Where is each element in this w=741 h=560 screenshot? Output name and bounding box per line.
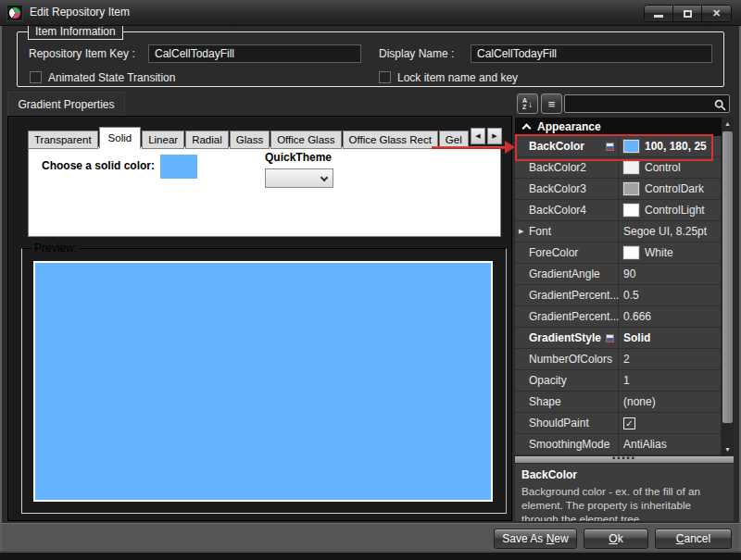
- lock-item-checkbox[interactable]: [379, 71, 391, 83]
- color-swatch: [623, 182, 639, 195]
- property-value: 0.666: [623, 310, 651, 323]
- property-row-gradientstyle[interactable]: GradientStyleSolid: [515, 328, 721, 349]
- quicktheme-label: QuickTheme: [265, 151, 332, 164]
- solid-color-swatch[interactable]: [160, 155, 197, 179]
- property-name: Opacity: [529, 374, 567, 387]
- tab-radial[interactable]: Radial: [185, 131, 229, 149]
- property-row-backcolor3[interactable]: BackColor3ControlDark: [515, 179, 721, 200]
- style-tabs: TransparentSolidLinearRadialGlassOffice …: [28, 127, 470, 148]
- scroll-up-icon[interactable]: ▲: [722, 118, 734, 130]
- property-row-forecolor[interactable]: ForeColorWhite: [515, 243, 721, 264]
- property-row-gradientpercent[interactable]: GradientPercent...0.666: [515, 306, 721, 328]
- property-name: SmoothingMode: [529, 438, 609, 451]
- property-row-backcolor4[interactable]: BackColor4ControlLight: [515, 200, 721, 221]
- sort-alphabetical-icon: AZ: [522, 97, 527, 110]
- property-name: BackColor4: [529, 204, 586, 217]
- scroll-left-icon: ◀: [475, 132, 480, 140]
- item-information-group: Item Information Repository Item Key : D…: [17, 31, 724, 87]
- property-value: 1: [623, 374, 630, 387]
- property-value: 2: [623, 353, 630, 366]
- property-value: White: [645, 246, 673, 259]
- property-name: GradientPercent...: [529, 289, 619, 302]
- edit-repository-item-dialog: Edit Repository Item ✕ Item Information …: [0, 0, 741, 560]
- maximize-icon: [684, 10, 692, 18]
- property-inherit-icon: [606, 334, 614, 342]
- property-value: ControlLight: [645, 204, 705, 217]
- tab-office-glass-rect[interactable]: Office Glass Rect: [343, 131, 438, 149]
- categorized-icon: ≡: [548, 97, 556, 111]
- description-body: Background color - ex. of the fill of an…: [521, 484, 727, 521]
- color-wheel-icon: [9, 7, 20, 19]
- property-row-gradientpercent[interactable]: GradientPercent...0.5: [515, 285, 721, 306]
- property-value: 90: [623, 268, 635, 280]
- title-bar[interactable]: Edit Repository Item ✕: [0, 0, 741, 26]
- window-border-bottom: [0, 551, 741, 553]
- tab-gradient-properties[interactable]: Gradient Properties: [7, 92, 125, 116]
- property-value: Control: [645, 161, 681, 174]
- property-row-opacity[interactable]: Opacity1: [515, 370, 721, 392]
- property-value: ControlDark: [645, 182, 704, 195]
- splitter-dots: •••••: [612, 456, 636, 461]
- sort-categorized-button[interactable]: ≡: [541, 93, 562, 114]
- property-name: BackColor3: [529, 182, 586, 195]
- maximize-button[interactable]: [673, 6, 702, 21]
- lock-item-label: Lock item name and key: [397, 71, 518, 84]
- property-name: Shape: [529, 395, 561, 408]
- minimize-button[interactable]: [645, 6, 673, 21]
- property-value: Segoe UI, 8.25pt: [623, 225, 707, 238]
- collapse-chevron-icon: [522, 124, 532, 133]
- property-name: ShouldPaint: [529, 417, 589, 429]
- app-icon: [6, 5, 23, 21]
- property-search-input[interactable]: [567, 96, 711, 111]
- property-row-shouldpaint[interactable]: ShouldPaint✓: [515, 413, 721, 434]
- property-row-shape[interactable]: Shape(none): [515, 392, 721, 413]
- tab-transparent[interactable]: Transparent: [28, 131, 98, 149]
- property-row-gradientangle[interactable]: GradientAngle90: [515, 264, 721, 285]
- property-value: 0.5: [623, 289, 639, 302]
- color-swatch: [623, 204, 639, 217]
- tab-scroll-left-button[interactable]: ◀: [471, 128, 485, 144]
- property-row-font[interactable]: ▶FontSegoe UI, 8.25pt: [515, 221, 721, 243]
- repository-item-key-input[interactable]: [148, 44, 361, 63]
- scrollbar-thumb[interactable]: [722, 131, 733, 423]
- color-swatch: [623, 161, 639, 174]
- cancel-button[interactable]: Cancel: [655, 529, 732, 549]
- expand-arrow-icon[interactable]: ▶: [519, 228, 523, 235]
- tab-scroll-right-button[interactable]: ▶: [487, 128, 502, 144]
- property-name: ForeColor: [529, 246, 578, 259]
- save-as-new-button[interactable]: Save As New: [494, 529, 577, 549]
- property-search-box: [564, 94, 730, 113]
- property-value: Solid: [623, 331, 650, 344]
- property-row-smoothingmode[interactable]: SmoothingModeAntiAlias: [515, 434, 721, 455]
- property-description-panel: BackColor Background color - ex. of the …: [515, 463, 734, 521]
- preview-label: Preview:: [31, 242, 80, 255]
- category-appearance[interactable]: Appearance: [515, 118, 734, 136]
- property-scrollbar[interactable]: ▲ ▼: [722, 118, 734, 455]
- close-button[interactable]: ✕: [702, 6, 731, 21]
- quicktheme-select[interactable]: [265, 168, 333, 188]
- description-splitter[interactable]: •••••: [515, 456, 734, 463]
- display-name-label: Display Name :: [379, 47, 454, 60]
- window-frame-bottom: [0, 553, 741, 560]
- choose-solid-color-label: Choose a solid color:: [42, 159, 155, 172]
- sort-alphabetical-button[interactable]: AZ ↓: [517, 93, 538, 114]
- value-checkbox[interactable]: ✓: [623, 417, 635, 429]
- scroll-down-icon[interactable]: ▼: [722, 443, 734, 455]
- display-name-input[interactable]: [471, 44, 712, 63]
- solid-tab-content: Choose a solid color: QuickTheme: [28, 146, 501, 237]
- property-row-numberofcolors[interactable]: NumberOfColors2: [515, 349, 721, 370]
- property-list: BackColor100, 180, 25BackColor2ControlBa…: [515, 136, 721, 455]
- ok-button[interactable]: Ok: [584, 529, 648, 549]
- property-name: GradientPercent...: [529, 310, 619, 323]
- tab-linear[interactable]: Linear: [142, 131, 184, 149]
- property-name: NumberOfColors: [529, 353, 612, 366]
- category-label: Appearance: [537, 120, 601, 133]
- property-value: AntiAlias: [623, 438, 667, 451]
- scroll-right-icon: ▶: [492, 132, 496, 140]
- annotation-arrow-head: [505, 141, 515, 154]
- tab-glass[interactable]: Glass: [230, 131, 270, 149]
- property-name: BackColor2: [529, 161, 586, 174]
- tab-office-glass[interactable]: Office Glass: [270, 131, 341, 149]
- animated-state-transition-checkbox[interactable]: [30, 71, 42, 83]
- tab-solid[interactable]: Solid: [99, 127, 142, 149]
